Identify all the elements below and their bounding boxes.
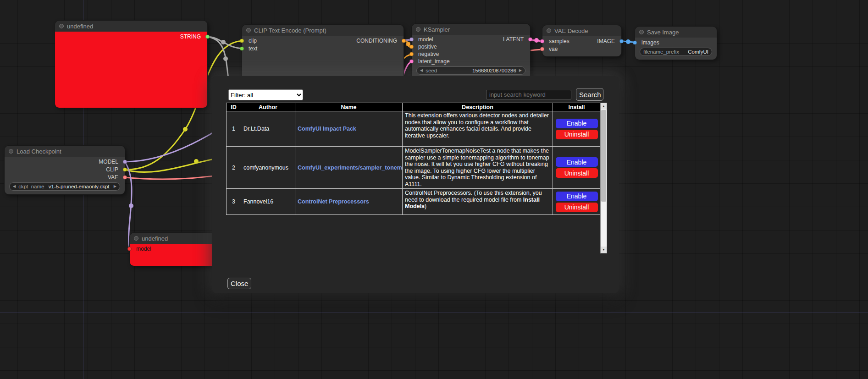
column-header-name: Name — [295, 103, 403, 111]
collapse-dot[interactable] — [246, 28, 251, 33]
collapse-dot[interactable] — [639, 30, 644, 34]
widget-value: ComfyUI — [688, 49, 708, 55]
input-slot-samples[interactable] — [540, 39, 544, 43]
input-slot-positive[interactable] — [409, 45, 414, 49]
node-vae-decode[interactable]: VAE Decode samples IMAGE vae — [542, 25, 621, 56]
column-header-description: Description — [403, 103, 553, 111]
output-slot-image[interactable] — [619, 39, 624, 43]
input-slot-latent-image[interactable] — [409, 60, 414, 64]
node-title-bar[interactable]: undefined — [55, 21, 207, 32]
input-slot-text[interactable] — [240, 46, 244, 50]
link-midpoint-dot — [194, 159, 199, 164]
node-title-bar[interactable]: CLIP Text Encode (Prompt) — [242, 25, 404, 36]
extension-link[interactable]: ComfyUI_experiments/sampler_tonemap — [298, 165, 403, 171]
output-slot-latent[interactable] — [528, 38, 532, 42]
input-slot-negative[interactable] — [409, 52, 414, 56]
widget-label: filename_prefix — [643, 49, 679, 55]
scrollbar-thumb[interactable] — [601, 110, 606, 202]
row-description: ControlNet Preprocessors. (To use this e… — [403, 189, 553, 215]
widget-value: v1-5-pruned-emaonly.ckpt — [49, 184, 110, 189]
node-body: STRING — [55, 32, 207, 108]
decrement-arrow-icon[interactable]: ◀ — [420, 69, 423, 72]
uninstall-button[interactable]: Uninstall — [556, 168, 598, 178]
output-label: CLIP — [106, 166, 118, 173]
input-slot-images[interactable] — [633, 40, 637, 44]
custom-nodes-table: ID Author Name Description Install 1 Dr.… — [226, 103, 601, 215]
search-button[interactable]: Search — [576, 88, 603, 101]
link-midpoint-dot — [223, 56, 228, 61]
input-label: latent_image — [412, 58, 450, 65]
scroll-down-icon[interactable]: ▼ — [601, 247, 607, 253]
seed-widget[interactable]: ◀ seed 156680208700286 ▶ — [416, 66, 525, 75]
collapse-dot[interactable] — [59, 24, 64, 28]
enable-button[interactable]: Enable — [556, 157, 598, 167]
input-slot-vae[interactable] — [540, 47, 544, 51]
row-id: 2 — [227, 147, 241, 189]
widget-value: 156680208700286 — [472, 68, 516, 73]
link-midpoint-dot — [129, 203, 133, 208]
enable-button[interactable]: Enable — [556, 192, 598, 201]
output-slot-clip[interactable] — [123, 167, 127, 171]
output-slot-vae[interactable] — [123, 175, 127, 179]
node-body: images filename_prefix ComfyUI — [635, 38, 717, 60]
link-string-to-text — [207, 37, 242, 49]
ckpt-name-widget[interactable]: ◀ ckpt_name v1-5-pruned-emaonly.ckpt ▶ — [9, 182, 120, 191]
node-body: samples IMAGE vae — [542, 36, 621, 56]
node-title: VAE Decode — [554, 27, 588, 34]
node-save-image[interactable]: Save Image images filename_prefix ComfyU… — [635, 27, 717, 60]
previous-arrow-icon[interactable]: ◀ — [13, 185, 16, 188]
increment-arrow-icon[interactable]: ▶ — [519, 69, 522, 72]
row-id: 3 — [227, 189, 241, 215]
table-header-row: ID Author Name Description Install — [227, 103, 601, 111]
input-slot-model[interactable] — [409, 38, 414, 42]
link-midpoint-dot — [183, 127, 188, 132]
node-title-bar[interactable]: KSampler — [412, 24, 530, 35]
output-slot-conditioning[interactable] — [402, 38, 406, 43]
link-midpoint-dot — [534, 38, 539, 43]
node-title: KSampler — [424, 26, 450, 33]
next-arrow-icon[interactable]: ▶ — [114, 185, 116, 188]
table-scrollbar[interactable]: ▲ ▼ — [600, 103, 607, 253]
extension-link[interactable]: ComfyUI Impact Pack — [298, 126, 356, 132]
input-label: clip — [242, 38, 257, 44]
widget-label: ckpt_name — [18, 184, 44, 189]
extension-link[interactable]: ControlNet Preprocessors — [298, 198, 369, 205]
uninstall-button[interactable]: Uninstall — [556, 203, 598, 212]
collapse-dot[interactable] — [547, 28, 551, 33]
output-label: VAE — [108, 174, 118, 181]
collapse-dot[interactable] — [134, 236, 138, 241]
input-label: positive — [412, 44, 437, 50]
collapse-dot[interactable] — [9, 149, 13, 154]
column-header-install: Install — [553, 103, 601, 111]
row-id: 1 — [227, 111, 241, 147]
input-label: images — [635, 39, 659, 46]
close-button[interactable]: Close — [227, 278, 251, 289]
enable-button[interactable]: Enable — [556, 119, 598, 128]
input-slot-model[interactable] — [127, 247, 132, 251]
input-label: samples — [542, 38, 569, 44]
output-slot-model[interactable] — [123, 159, 127, 164]
graph-canvas[interactable]: undefined STRING CLIP Text Encode (Promp… — [0, 0, 868, 379]
input-label: vae — [542, 46, 558, 52]
collapse-dot[interactable] — [416, 27, 420, 32]
node-body: model LATENT positive negative latent_im… — [412, 35, 530, 82]
table-row: 1 Dr.Lt.Data ComfyUI Impact Pack This ex… — [227, 111, 601, 147]
node-load-checkpoint[interactable]: Load Checkpoint MODEL CLIP VAE ◀ ckpt_na… — [5, 146, 125, 194]
row-author: comfyanonymous — [241, 147, 295, 189]
output-label: IMAGE — [597, 38, 621, 44]
node-ksampler[interactable]: KSampler model LATENT positive negative … — [412, 24, 530, 82]
node-title-bar[interactable]: Save Image — [635, 27, 717, 38]
scroll-up-icon[interactable]: ▲ — [601, 103, 607, 110]
node-title-bar[interactable]: VAE Decode — [542, 25, 621, 36]
node-undefined-top[interactable]: undefined STRING — [55, 21, 207, 108]
filter-select[interactable]: Filter: all — [228, 89, 303, 100]
node-title: CLIP Text Encode (Prompt) — [254, 27, 326, 34]
output-slot-string[interactable] — [205, 35, 210, 39]
filename-prefix-widget[interactable]: filename_prefix ComfyUI — [640, 48, 712, 56]
node-title-bar[interactable]: Load Checkpoint — [5, 146, 125, 157]
search-input[interactable] — [486, 90, 571, 99]
uninstall-button[interactable]: Uninstall — [556, 130, 598, 139]
input-label: model — [130, 246, 151, 252]
row-author: Fannovel16 — [241, 189, 295, 215]
input-slot-clip[interactable] — [240, 38, 244, 43]
